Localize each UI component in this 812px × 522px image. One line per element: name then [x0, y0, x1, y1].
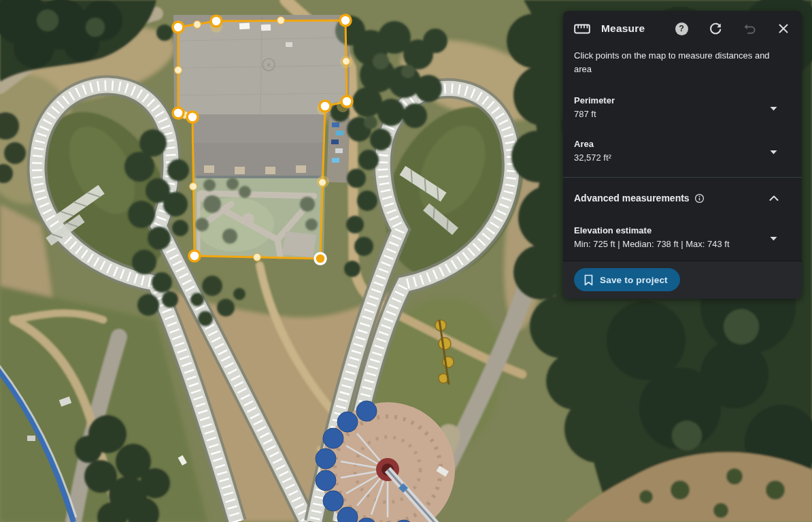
vertex-handle[interactable] [341, 96, 352, 107]
area-label: Area [574, 137, 611, 151]
midpoint-handle[interactable] [319, 179, 326, 186]
vertex-handle[interactable] [320, 101, 331, 112]
elevation-label: Elevation estimate [574, 224, 730, 238]
help-button[interactable]: ? [674, 21, 689, 36]
info-icon[interactable] [694, 193, 705, 203]
section-divider [563, 177, 802, 178]
undo-button[interactable] [742, 21, 757, 36]
area-value: 32,572 ft² [574, 151, 611, 165]
measured-region[interactable] [178, 20, 347, 259]
midpoint-handle[interactable] [277, 17, 285, 25]
chevron-down-icon[interactable] [770, 233, 777, 243]
vertex-handle[interactable] [187, 112, 198, 123]
app-window: Measure ? [0, 0, 812, 522]
chevron-up-icon[interactable] [769, 195, 779, 201]
midpoint-handle[interactable] [194, 21, 201, 29]
area-row[interactable]: Area 32,572 ft² [574, 137, 791, 165]
perimeter-value: 787 ft [574, 108, 615, 121]
midpoint-handle[interactable] [175, 67, 182, 74]
active-vertex-handle[interactable] [315, 253, 326, 264]
vertex-handle[interactable] [173, 22, 184, 33]
perimeter-row[interactable]: Perimeter 787 ft [574, 94, 791, 121]
chevron-down-icon[interactable] [770, 103, 777, 113]
panel-header: Measure ? [574, 11, 791, 46]
midpoint-handle[interactable] [190, 183, 197, 191]
panel-title: Measure [601, 22, 645, 35]
ruler-icon [574, 22, 590, 35]
measure-panel-body: Measure ? [563, 11, 802, 261]
save-button-label: Save to project [600, 275, 668, 285]
advanced-measurements-label: Advanced measurements [574, 193, 690, 203]
elevation-value: Min: 725 ft | Median: 738 ft | Max: 743 … [574, 238, 730, 251]
perimeter-label: Perimeter [574, 94, 615, 108]
close-button[interactable] [776, 21, 791, 36]
vertex-handle[interactable] [173, 108, 184, 118]
redo-button[interactable] [708, 21, 723, 36]
panel-footer: Save to project [563, 261, 802, 299]
close-icon [777, 22, 790, 35]
bookmark-icon [583, 274, 594, 286]
instructions-text: Click points on the map to measure dista… [574, 49, 781, 76]
measure-panel: Measure ? [563, 11, 802, 299]
help-icon: ? [675, 22, 688, 35]
midpoint-handle[interactable] [343, 58, 350, 65]
midpoint-handle[interactable] [254, 254, 261, 261]
elevation-row[interactable]: Elevation estimate Min: 725 ft | Median:… [574, 224, 791, 251]
chevron-down-icon[interactable] [770, 146, 777, 157]
vertex-handle[interactable] [189, 250, 200, 261]
undo-icon [743, 22, 756, 35]
advanced-measurements-toggle[interactable]: Advanced measurements [574, 193, 791, 203]
vertex-handle[interactable] [340, 15, 351, 26]
save-to-project-button[interactable]: Save to project [574, 268, 680, 291]
redo-icon [709, 22, 722, 35]
vertex-handle[interactable] [211, 16, 222, 27]
